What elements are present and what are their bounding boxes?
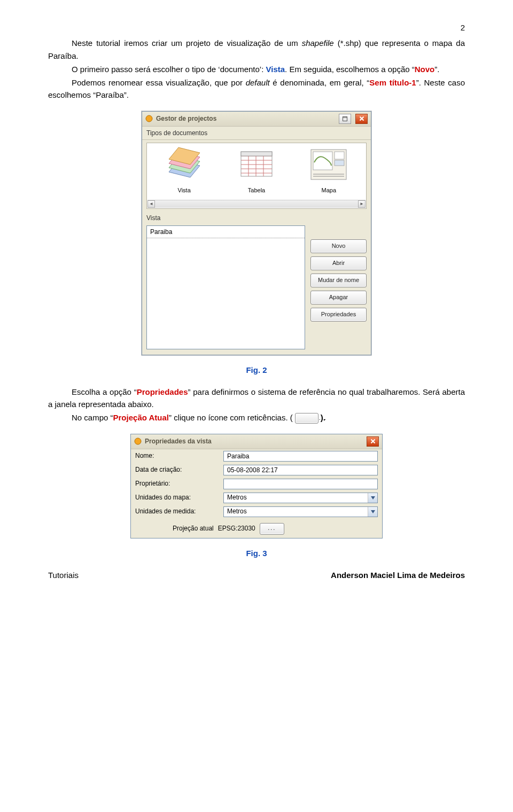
abrir-button[interactable]: Abrir (310, 256, 367, 270)
window-titlebar[interactable]: Gestor de projectos (142, 112, 371, 127)
app-icon (145, 115, 153, 122)
text: No campo “ (72, 413, 113, 422)
maximize-icon[interactable] (339, 114, 351, 124)
figure-caption-2: Fig. 2 (48, 364, 465, 376)
keyword-novo: Novo (415, 65, 435, 74)
chevron-down-icon (368, 507, 377, 517)
label-proprietario: Proprietário: (135, 479, 223, 489)
paragraph-5: No campo “Projeção Atual” clique no ícon… (48, 411, 465, 424)
footer-right: Anderson Maciel Lima de Medeiros (331, 569, 465, 581)
text: é denominada, em geral, “ (270, 78, 370, 87)
page-footer: Tutoriais Anderson Maciel Lima de Medeir… (48, 569, 465, 581)
chevron-down-icon (368, 493, 377, 503)
paragraph-2: O primeiro passo será escolher o tipo de… (48, 63, 465, 75)
scroll-left-icon[interactable]: ◄ (147, 200, 155, 208)
doc-type-tabela[interactable]: Tabela (222, 146, 290, 205)
paragraph-3: Podemos renomear essa visualização, que … (48, 76, 465, 102)
svg-rect-16 (241, 152, 272, 156)
doc-type-vista[interactable]: Vista (150, 146, 218, 205)
nome-input[interactable] (223, 451, 378, 462)
doc-type-mapa[interactable]: Mapa (295, 146, 363, 205)
footer-left: Tutoriais (48, 569, 79, 581)
section-label: Tipos de documentos (142, 127, 371, 140)
label-nome: Nome: (135, 451, 223, 461)
projecao-value: EPSG:23030 (218, 524, 255, 534)
projecao-ellipsis-button[interactable]: ... (260, 523, 284, 535)
text: Neste tutorial iremos criar um projeto d… (72, 38, 302, 48)
select-value: Metros (227, 493, 247, 503)
proprietario-input[interactable] (223, 479, 378, 489)
propriedades-button[interactable]: Propriedades (310, 308, 367, 322)
paragraph-1: Neste tutorial iremos criar um projeto d… (48, 37, 465, 62)
text: O primeiro passo será escolher o tipo de… (72, 65, 266, 74)
unidades-mapa-select[interactable]: Metros (223, 493, 378, 503)
gestor-projectos-window: Gestor de projectos Tipos de documentos … (142, 111, 371, 355)
keyword-vista: Vista (266, 65, 285, 74)
text: ” clique no ícone com reticências. ( (169, 413, 293, 422)
close-icon[interactable] (367, 436, 379, 447)
vista-listbox[interactable]: Paraiba (146, 225, 305, 349)
text-italic: default (246, 78, 270, 87)
text: Escolha a opção “ (72, 387, 137, 396)
window-titlebar[interactable]: Propriedades da vista (131, 434, 382, 449)
text-italic: shapefile (302, 38, 334, 48)
text: Podemos renomear essa visualização, que … (72, 78, 246, 87)
keyword-propriedades: Propriedades (137, 387, 188, 396)
novo-button[interactable]: Novo (310, 239, 367, 253)
label-projecao: Projeção atual (173, 524, 214, 534)
app-icon (134, 438, 142, 445)
svg-point-0 (146, 115, 152, 122)
label-data: Data de criação: (135, 465, 223, 475)
doc-type-label: Tabela (222, 186, 290, 195)
svg-rect-20 (335, 160, 344, 166)
window-title: Propriedades da vista (145, 436, 212, 447)
scrollbar[interactable]: ◄ ► (147, 200, 366, 208)
scroll-right-icon[interactable]: ► (358, 200, 366, 208)
svg-rect-18 (313, 152, 332, 170)
svg-rect-19 (335, 152, 344, 159)
window-title: Gestor de projectos (156, 114, 216, 124)
keyword-sem-titulo: Sem título-1 (369, 78, 416, 87)
document-types-list: Vista Tabela (146, 143, 367, 209)
text: ). (321, 413, 325, 422)
propriedades-vista-window: Propriedades da vista Nome: Data de cria… (130, 434, 383, 538)
unidades-medida-select[interactable]: Metros (223, 506, 378, 517)
paragraph-4: Escolha a opção “Propriedades” para defi… (48, 386, 465, 411)
page-number: 2 (48, 21, 465, 34)
list-item[interactable]: Paraiba (147, 226, 305, 239)
mudar-nome-button[interactable]: Mudar de nome (310, 274, 367, 287)
svg-point-23 (135, 438, 141, 444)
text: ”. (434, 65, 439, 74)
ellipsis-button[interactable]: ... (295, 413, 318, 424)
doc-type-label: Mapa (295, 186, 363, 195)
close-icon[interactable] (355, 114, 368, 124)
label-unidades-mapa: Unidades do mapa: (135, 493, 223, 503)
doc-type-label: Vista (150, 186, 218, 195)
text: . Em seguida, escolhemos a opção “ (285, 65, 415, 74)
apagar-button[interactable]: Apagar (310, 291, 367, 304)
figure-caption-3: Fig. 3 (48, 547, 465, 559)
vista-section-label: Vista (142, 212, 371, 223)
keyword-projecao-atual: Projeção Atual (113, 413, 169, 422)
data-input[interactable] (223, 465, 378, 475)
svg-marker-25 (371, 510, 375, 513)
select-value: Metros (227, 506, 247, 517)
svg-marker-24 (371, 496, 375, 499)
label-unidades-medida: Unidades de medida: (135, 506, 223, 517)
